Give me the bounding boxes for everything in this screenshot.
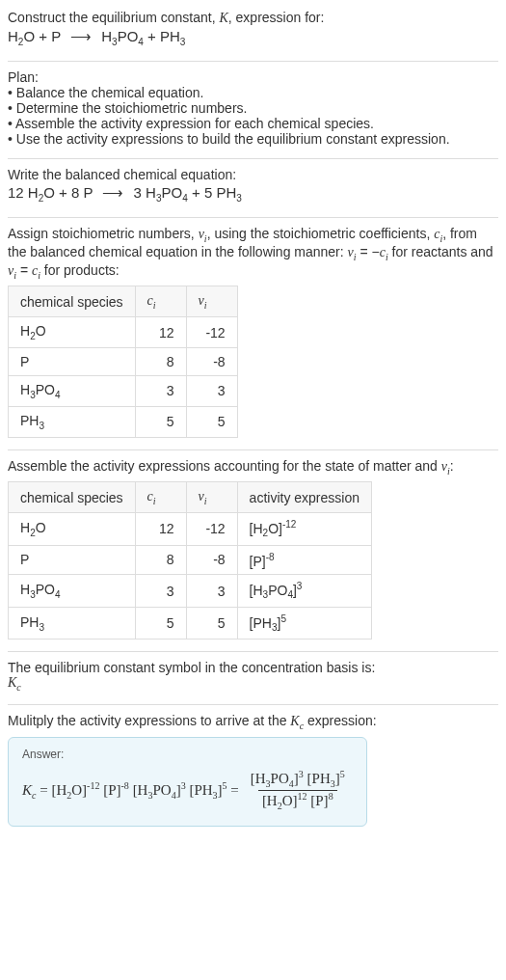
answer-fraction: [H3PO4]3 [PH3]5 [H2O]12 [P]8 <box>247 769 349 812</box>
ci-symbol: ci <box>147 293 156 308</box>
cell-vi: -12 <box>186 317 237 348</box>
cell-ci: 12 <box>135 513 186 545</box>
cell-vi: 5 <box>186 607 237 639</box>
table-row: P 8 -8 <box>9 347 238 375</box>
table-row: H3PO4 3 3 <box>9 375 238 406</box>
table-row: P 8 -8 [P]-8 <box>9 545 372 575</box>
col-ci: ci <box>135 286 186 317</box>
coef-1: 12 <box>8 184 24 201</box>
cell-species: PH3 <box>9 607 136 639</box>
activity-title: Assemble the activity expressions accoun… <box>8 458 498 476</box>
table-row: H2O 12 -12 <box>9 317 238 348</box>
col-species: chemical species <box>9 286 136 317</box>
arrow-icon: ⟶ <box>96 184 129 201</box>
answer-expression: Kc = [H2O]-12 [P]-8 [H3PO4]3 [PH3]5 = [H… <box>22 769 353 812</box>
cell-ci: 12 <box>135 317 186 348</box>
kc-symbol-line: The equilibrium constant symbol in the c… <box>8 660 498 675</box>
table-header-row: chemical species ci νi <box>9 286 238 317</box>
cell-vi: 5 <box>186 406 237 437</box>
cell-species: H2O <box>9 317 136 348</box>
stoich-title-e: for products: <box>40 262 120 278</box>
plan-item-3: • Assemble the activity expression for e… <box>8 116 498 131</box>
mult-text-a: Mulitply the activity expressions to arr… <box>8 713 290 728</box>
divider <box>8 61 498 62</box>
cell-species: H3PO4 <box>9 375 136 406</box>
answer-label: Answer: <box>22 748 353 761</box>
coef-2: 8 <box>71 184 79 201</box>
col-ci: ci <box>135 482 186 513</box>
activity-table: chemical species ci νi activity expressi… <box>8 481 372 640</box>
cell-species: P <box>9 347 136 375</box>
cell-ci: 8 <box>135 545 186 575</box>
plan-item-1: • Balance the chemical equation. <box>8 85 498 100</box>
unbalanced-equation: H2O + P ⟶ H3PO4 + PH3 <box>8 26 498 49</box>
multiply-section: Mulitply the activity expressions to arr… <box>8 707 498 836</box>
activity-title-b: : <box>450 458 454 474</box>
cell-activity: [H2O]-12 <box>237 513 371 545</box>
prompt-K: K <box>219 11 227 25</box>
cell-vi: -8 <box>186 347 237 375</box>
divider <box>8 449 498 450</box>
mult-text-b: expression: <box>304 713 376 728</box>
stoich-table: chemical species ci νi H2O 12 -12 P 8 -8… <box>8 286 238 437</box>
coef-4: 5 <box>204 184 212 201</box>
cell-species: H3PO4 <box>9 575 136 607</box>
cell-activity: [H3PO4]3 <box>237 575 371 607</box>
vi-symbol: νi <box>199 293 207 308</box>
plan-section: Plan: • Balance the chemical equation. •… <box>8 64 498 156</box>
table-row: H3PO4 3 3 [H3PO4]3 <box>9 575 372 607</box>
stoich-title-d: for reactants and <box>388 244 493 259</box>
kc-symbol: Kc <box>8 675 498 693</box>
activity-title-a: Assemble the activity expressions accoun… <box>8 458 441 474</box>
divider <box>8 704 498 705</box>
kc-symbol-section: The equilibrium constant symbol in the c… <box>8 654 498 702</box>
stoich-title-b: , using the stoichiometric coefficients, <box>207 226 435 241</box>
cell-species: H2O <box>9 513 136 545</box>
activity-section: Assemble the activity expressions accoun… <box>8 452 498 650</box>
coef-3: 3 <box>134 184 142 201</box>
col-activity: activity expression <box>237 482 371 513</box>
cell-ci: 5 <box>135 406 186 437</box>
cell-vi: 3 <box>186 575 237 607</box>
cell-vi: 3 <box>186 375 237 406</box>
answer-box: Answer: Kc = [H2O]-12 [P]-8 [H3PO4]3 [PH… <box>8 737 367 827</box>
cell-vi: -8 <box>186 545 237 575</box>
table-header-row: chemical species ci νi activity expressi… <box>9 482 372 513</box>
arrow-icon: ⟶ <box>65 28 97 44</box>
plan-item-2: • Determine the stoichiometric numbers. <box>8 100 498 116</box>
balanced-equation: 12 H2O + 8 P ⟶ 3 H3PO4 + 5 PH3 <box>8 182 498 205</box>
col-vi: νi <box>186 482 237 513</box>
stoich-title-a: Assign stoichiometric numbers, <box>8 226 199 241</box>
prompt-section: Construct the equilibrium constant, K, e… <box>8 4 498 59</box>
plan-title: Plan: <box>8 69 498 85</box>
plan-item-4: • Use the activity expressions to build … <box>8 131 498 147</box>
stoich-section: Assign stoichiometric numbers, νi, using… <box>8 220 498 448</box>
cell-ci: 3 <box>135 575 186 607</box>
cell-activity: [P]-8 <box>237 545 371 575</box>
cell-vi: -12 <box>186 513 237 545</box>
multiply-line: Mulitply the activity expressions to arr… <box>8 713 498 731</box>
document-root: Construct the equilibrium constant, K, e… <box>0 0 506 856</box>
cell-ci: 3 <box>135 375 186 406</box>
col-vi: νi <box>186 286 237 317</box>
cell-species: PH3 <box>9 406 136 437</box>
table-row: PH3 5 5 <box>9 406 238 437</box>
balanced-section: Write the balanced chemical equation: 12… <box>8 161 498 215</box>
cell-ci: 8 <box>135 347 186 375</box>
stoich-title: Assign stoichiometric numbers, νi, using… <box>8 226 498 280</box>
table-row: H2O 12 -12 [H2O]-12 <box>9 513 372 545</box>
prompt-line: Construct the equilibrium constant, K, e… <box>8 10 498 26</box>
cell-activity: [PH3]5 <box>237 607 371 639</box>
divider <box>8 217 498 218</box>
balanced-title: Write the balanced chemical equation: <box>8 167 498 182</box>
divider <box>8 158 498 159</box>
col-species: chemical species <box>9 482 136 513</box>
prompt-text-a: Construct the equilibrium constant, <box>8 10 219 25</box>
cell-ci: 5 <box>135 607 186 639</box>
table-row: PH3 5 5 [PH3]5 <box>9 607 372 639</box>
divider <box>8 651 498 652</box>
cell-species: P <box>9 545 136 575</box>
prompt-text-b: , expression for: <box>228 10 325 25</box>
